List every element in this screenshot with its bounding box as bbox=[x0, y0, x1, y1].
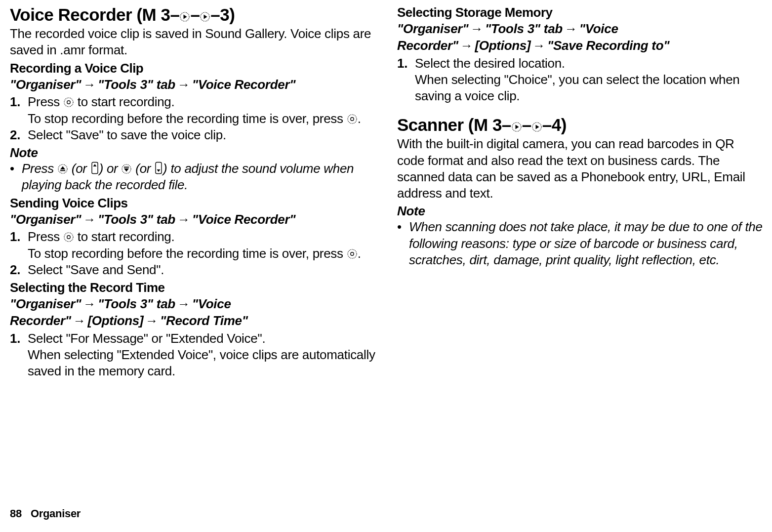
storage-nav-path: "Organiser"→"Tools 3" tab→"Voice Recorde… bbox=[397, 21, 765, 54]
text: Press bbox=[22, 161, 57, 176]
step-body: Press to start recording. To stop record… bbox=[28, 94, 377, 127]
nav-arrow-icon: → bbox=[530, 38, 547, 53]
center-button-icon bbox=[347, 248, 358, 259]
recording-heading: Recording a Voice Clip bbox=[10, 61, 377, 76]
step: 1. Select "For Message" or "Extended Voi… bbox=[10, 330, 377, 380]
step-number: 1. bbox=[10, 330, 28, 347]
nav-seg: "Tools 3" tab bbox=[98, 77, 175, 92]
nav-seg: "Organiser" bbox=[10, 296, 81, 311]
title-text: Voice Recorder bbox=[10, 5, 132, 24]
title-text: Scanner bbox=[397, 115, 464, 134]
text: Select the desired location. bbox=[415, 56, 565, 71]
text: to start recording. bbox=[74, 94, 175, 109]
center-button-icon bbox=[63, 232, 74, 243]
storage-steps: 1. Select the desired location. When sel… bbox=[397, 55, 765, 105]
bullet-dot-icon: • bbox=[397, 219, 409, 268]
left-column: Voice Recorder (M 3–––3) The recorded vo… bbox=[10, 5, 377, 504]
title-code-mid: – bbox=[190, 5, 200, 24]
nav-arrow-icon: → bbox=[143, 313, 160, 328]
down-button-icon bbox=[121, 164, 132, 174]
nav-seg: "Record Time" bbox=[160, 313, 248, 328]
nav-seg: "Organiser" bbox=[10, 212, 81, 227]
step-number: 1. bbox=[10, 94, 28, 110]
title-code-pre: (M 3– bbox=[464, 115, 511, 134]
nav-arrow-icon: → bbox=[81, 296, 98, 311]
text: . bbox=[358, 111, 361, 126]
recording-steps: 1. Press to start recording. To stop rec… bbox=[10, 94, 377, 143]
nav-arrow-icon: → bbox=[458, 38, 475, 53]
scanner-intro: With the built-in digital camera, you ca… bbox=[397, 136, 765, 202]
page-number: 88 bbox=[10, 507, 22, 520]
center-button-icon bbox=[63, 97, 74, 108]
text: Press bbox=[28, 229, 63, 244]
note-bullet: • Press (or ) or (or ) to adjust the sou… bbox=[10, 161, 377, 194]
step-number: 2. bbox=[10, 262, 28, 278]
step-body: Select "Save" to save the voice clip. bbox=[28, 127, 377, 143]
nav-seg: "Organiser" bbox=[10, 77, 81, 92]
title-code-mid: – bbox=[522, 115, 531, 134]
text: When selecting "Extended Voice", voice c… bbox=[28, 347, 375, 378]
nav-seg: [Options] bbox=[475, 38, 531, 53]
nav-seg: [Options] bbox=[88, 313, 144, 328]
right-arrow-icon bbox=[531, 122, 542, 132]
scanner-title: Scanner (M 3–––4) bbox=[397, 115, 765, 135]
step: 2. Select "Save and Send". bbox=[10, 262, 377, 278]
text: ) or bbox=[99, 161, 122, 176]
recordtime-steps: 1. Select "For Message" or "Extended Voi… bbox=[10, 330, 377, 380]
step-body: Press to start recording. To stop record… bbox=[28, 229, 377, 262]
nav-arrow-icon: → bbox=[81, 77, 98, 92]
text: . bbox=[358, 246, 361, 261]
right-arrow-icon bbox=[511, 122, 522, 132]
voice-recorder-intro: The recorded voice clip is saved in Soun… bbox=[10, 26, 377, 59]
text: (or bbox=[132, 161, 154, 176]
nav-arrow-icon: → bbox=[71, 313, 88, 328]
text: to start recording. bbox=[74, 229, 175, 244]
title-code-post: –4) bbox=[542, 115, 567, 134]
title-code-pre: (M 3– bbox=[132, 5, 179, 24]
section-name: Organiser bbox=[31, 507, 81, 520]
nav-arrow-icon: → bbox=[563, 21, 579, 36]
sending-nav-path: "Organiser"→"Tools 3" tab→"Voice Recorde… bbox=[10, 211, 377, 228]
voice-recorder-title: Voice Recorder (M 3–––3) bbox=[10, 5, 377, 25]
step-body: Select "For Message" or "Extended Voice"… bbox=[28, 330, 377, 380]
text: Select "For Message" or "Extended Voice"… bbox=[28, 331, 265, 346]
nav-arrow-icon: → bbox=[468, 21, 485, 36]
nav-seg: "Tools 3" tab bbox=[98, 296, 175, 311]
recordtime-nav-path: "Organiser"→"Tools 3" tab→"Voice Recorde… bbox=[10, 296, 377, 329]
step: 2. Select "Save" to save the voice clip. bbox=[10, 127, 377, 143]
step-body: Select "Save and Send". bbox=[28, 262, 377, 278]
nav-arrow-icon: → bbox=[175, 296, 192, 311]
note-text: When scanning does not take place, it ma… bbox=[409, 219, 765, 268]
title-code-post: –3) bbox=[210, 5, 235, 24]
step: 1. Press to start recording. To stop rec… bbox=[10, 229, 377, 262]
nav-seg: "Tools 3" tab bbox=[485, 21, 563, 36]
note-bullet: • When scanning does not take place, it … bbox=[397, 219, 765, 268]
nav-seg: "Organiser" bbox=[397, 21, 468, 36]
right-arrow-icon bbox=[179, 11, 190, 22]
recording-nav-path: "Organiser"→"Tools 3" tab→"Voice Recorde… bbox=[10, 77, 377, 93]
page-footer: 88Organiser bbox=[10, 507, 81, 520]
nav-seg: "Tools 3" tab bbox=[98, 212, 175, 227]
up-key-icon bbox=[90, 162, 99, 174]
nav-arrow-icon: → bbox=[81, 212, 98, 227]
nav-arrow-icon: → bbox=[175, 212, 192, 227]
text: (or bbox=[68, 161, 90, 176]
nav-seg: "Voice Recorder" bbox=[192, 77, 296, 92]
step-number: 1. bbox=[10, 229, 28, 245]
right-arrow-icon bbox=[200, 11, 210, 22]
note-label: Note bbox=[10, 145, 377, 161]
text: To stop recording before the recording t… bbox=[28, 246, 347, 261]
step-number: 2. bbox=[10, 127, 28, 143]
step-body: Select the desired location. When select… bbox=[415, 55, 765, 105]
center-button-icon bbox=[347, 114, 358, 124]
down-key-icon bbox=[154, 162, 163, 174]
step-number: 1. bbox=[397, 55, 415, 72]
right-column: Selecting Storage Memory "Organiser"→"To… bbox=[397, 5, 765, 504]
storage-heading: Selecting Storage Memory bbox=[397, 5, 765, 20]
nav-seg: "Voice Recorder" bbox=[192, 212, 296, 227]
step: 1. Select the desired location. When sel… bbox=[397, 55, 765, 105]
nav-seg: "Save Recording to" bbox=[547, 38, 669, 53]
sending-heading: Sending Voice Clips bbox=[10, 196, 377, 211]
page-columns: Voice Recorder (M 3–––3) The recorded vo… bbox=[10, 5, 765, 504]
text: When selecting "Choice", you can select … bbox=[415, 72, 740, 103]
